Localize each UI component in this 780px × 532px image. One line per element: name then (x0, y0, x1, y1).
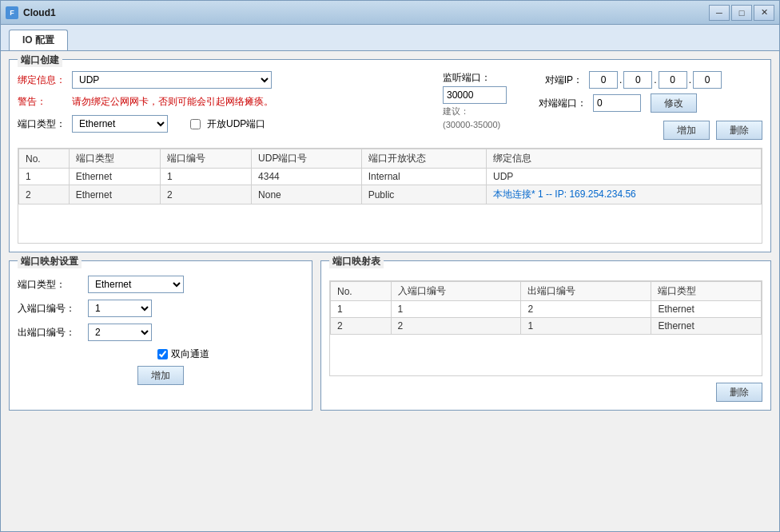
tab-io-config[interactable]: IO 配置 (9, 30, 68, 50)
hint-text: (30000-35000) (443, 119, 523, 131)
table-row[interactable]: 1 1 2 Ethernet (331, 301, 762, 318)
peer-ip-box: . . . (589, 71, 722, 89)
col-no: No. (19, 149, 70, 169)
listen-port-label: 监听端口： (443, 71, 523, 85)
peer-ip-field-3[interactable] (659, 71, 687, 89)
port-table: No. 端口类型 端口编号 UDP端口号 端口开放状态 绑定信息 1 Ether… (18, 149, 762, 204)
port-mapping-settings-title: 端口映射设置 (18, 255, 82, 268)
port-creation-group: 端口创建 绑定信息： UDP TCP 本地连接 (9, 59, 771, 252)
in-port-label: 入端口编号： (18, 302, 82, 316)
port-creation-title: 端口创建 (18, 54, 62, 67)
col-type: 端口类型 (69, 149, 160, 169)
bidirectional-row: 双向通道 (157, 347, 304, 361)
hint-label: 建议： (443, 105, 523, 117)
map-col-out: 出端口编号 (521, 282, 651, 301)
port-mapping-settings-group: 端口映射设置 端口类型： Ethernet WiFi Serial 入端口编号：… (9, 260, 312, 411)
mapping-port-type-select[interactable]: Ethernet WiFi Serial (88, 276, 184, 293)
col-status: 端口开放状态 (361, 149, 486, 169)
map-col-no: No. (331, 282, 392, 301)
delete-port-button[interactable]: 删除 (716, 121, 762, 140)
open-udp-label: 开放UDP端口 (207, 117, 265, 131)
col-binding: 绑定信息 (487, 149, 762, 169)
mapping-table-container: No. 入端口编号 出端口编号 端口类型 1 1 2 Ethernet 2 2 … (329, 280, 762, 376)
out-port-select[interactable]: 1 2 3 (88, 324, 152, 341)
out-port-label: 出端口编号： (18, 326, 82, 339)
table-row[interactable]: 1 Ethernet 1 4344 Internal UDP (19, 169, 762, 185)
mapping-table: No. 入端口编号 出端口编号 端口类型 1 1 2 Ethernet 2 2 … (330, 281, 762, 335)
svg-text:F: F (10, 9, 14, 17)
listen-port-input[interactable] (443, 86, 507, 104)
port-type-select[interactable]: Ethernet WiFi Serial (72, 115, 168, 133)
port-table-container: No. 端口类型 端口编号 UDP端口号 端口开放状态 绑定信息 1 Ether… (18, 148, 762, 244)
app-icon: F (6, 6, 18, 19)
minimize-button[interactable]: ─ (709, 5, 730, 21)
bidirectional-label: 双向通道 (171, 347, 209, 361)
port-mapping-table-group: 端口映射表 No. 入端口编号 出端口编号 端口类型 1 (320, 260, 771, 411)
peer-ip-field-1[interactable] (589, 71, 618, 89)
peer-ip-label: 对端IP： (539, 73, 583, 87)
modify-button[interactable]: 修改 (651, 93, 697, 113)
map-col-in: 入端口编号 (391, 282, 521, 301)
table-row[interactable]: 2 2 1 Ethernet (331, 318, 762, 335)
bottom-section: 端口映射设置 端口类型： Ethernet WiFi Serial 入端口编号：… (9, 260, 771, 419)
add-mapping-button[interactable]: 增加 (137, 366, 184, 385)
peer-port-input[interactable] (593, 94, 641, 112)
peer-port-label: 对端端口： (539, 97, 587, 110)
bidirectional-checkbox[interactable] (157, 349, 168, 359)
add-port-button[interactable]: 增加 (663, 121, 710, 140)
open-udp-checkbox[interactable] (190, 119, 201, 129)
window-title: Cloud1 (23, 7, 56, 18)
delete-mapping-button[interactable]: 删除 (716, 383, 762, 402)
in-port-select[interactable]: 1 2 3 (88, 300, 152, 317)
title-bar-left: F Cloud1 (6, 6, 56, 19)
map-col-type: 端口类型 (651, 282, 762, 301)
table-row[interactable]: 2 Ethernet 2 None Public 本地连接* 1 -- IP: … (19, 185, 762, 204)
main-window: F Cloud1 ─ □ ✕ IO 配置 端口创建 (0, 0, 780, 532)
warning-text: 请勿绑定公网网卡，否则可能会引起网络瘫痪。 (72, 95, 273, 109)
col-udp: UDP端口号 (252, 149, 362, 169)
mapping-port-type-label: 端口类型： (18, 278, 82, 292)
port-mapping-table-title: 端口映射表 (329, 255, 384, 268)
tab-bar: IO 配置 (1, 25, 779, 51)
title-bar: F Cloud1 ─ □ ✕ (1, 1, 779, 25)
window-controls: ─ □ ✕ (709, 5, 774, 21)
binding-select[interactable]: UDP TCP 本地连接 (72, 71, 272, 89)
content-area: 端口创建 绑定信息： UDP TCP 本地连接 (1, 51, 779, 531)
close-button[interactable]: ✕ (754, 5, 774, 21)
peer-ip-field-4[interactable] (693, 71, 722, 89)
warning-label: 警告： (18, 95, 66, 109)
port-type-label: 端口类型： (18, 117, 66, 131)
binding-label: 绑定信息： (18, 73, 66, 87)
col-num: 端口编号 (160, 149, 251, 169)
peer-ip-field-2[interactable] (623, 71, 652, 89)
maximize-button[interactable]: □ (731, 5, 752, 21)
